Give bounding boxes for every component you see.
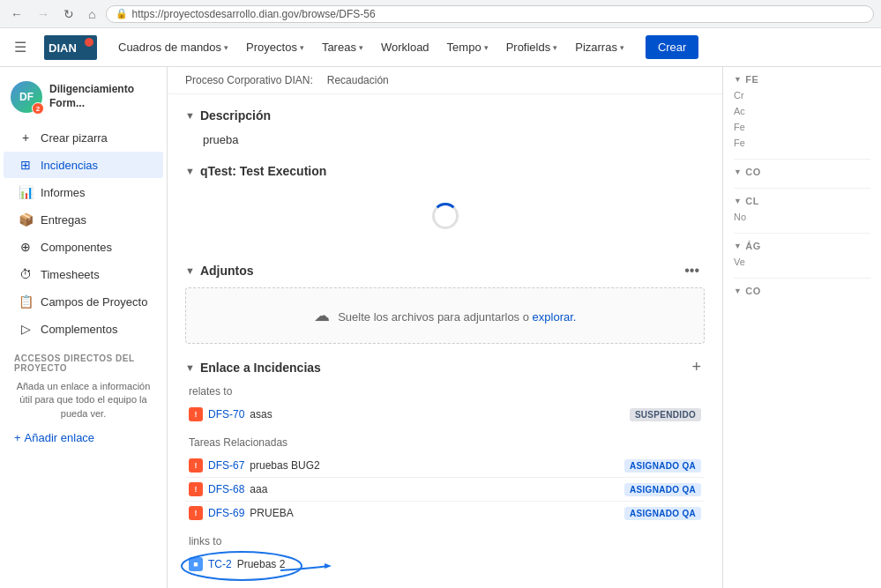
fields-icon: 📋 bbox=[18, 294, 34, 309]
right-section-ag-title[interactable]: ▼ Ág bbox=[734, 241, 870, 251]
sidebar-item-incidencias[interactable]: ⊞ Incidencias bbox=[4, 152, 163, 178]
nav-pizarras-label: Pizarras bbox=[575, 41, 617, 54]
bug-icon: ! bbox=[189, 482, 203, 496]
right-section-cl-title[interactable]: ▼ Cl bbox=[734, 196, 870, 206]
right-field-fe2: Fe bbox=[734, 138, 870, 148]
explorar-link[interactable]: explorar. bbox=[533, 310, 577, 324]
browser-bar: ← → ↻ ⌂ 🔒 https://proyectosdesarrollo.di… bbox=[0, 0, 881, 28]
svg-text:DIAN: DIAN bbox=[49, 41, 77, 55]
divider-2 bbox=[734, 188, 870, 189]
status-badge-asignado-dfs67: ASIGNADO QA bbox=[624, 459, 701, 473]
right-field-cr: Cr bbox=[734, 90, 870, 100]
nav-proyectos[interactable]: Proyectos ▾ bbox=[239, 35, 311, 59]
nav-pizarras[interactable]: Pizarras ▾ bbox=[568, 35, 631, 59]
enlace-title-row[interactable]: ▼ Enlace a Incidencias bbox=[185, 361, 321, 375]
status-badge-asignado-dfs69: ASIGNADO QA bbox=[624, 507, 701, 520]
issue-summary-dfs67: pruebas BUG2 bbox=[250, 459, 624, 472]
issue-key-dfs68[interactable]: DFS-68 bbox=[208, 483, 244, 495]
sidebar-item-crear-pizarra[interactable]: + Crear pizarra bbox=[4, 124, 163, 151]
right-chevron-cl: ▼ bbox=[734, 197, 742, 205]
upload-icon: ☁ bbox=[314, 307, 330, 324]
address-bar[interactable]: 🔒 https://proyectosdesarrollo.dian.gov/b… bbox=[106, 5, 874, 23]
hamburger-icon: ☰ bbox=[14, 40, 26, 55]
divider-1 bbox=[734, 159, 870, 160]
sidebar-add-link[interactable]: + Añadir enlace bbox=[0, 428, 167, 448]
right-section-cl: ▼ Cl No bbox=[734, 196, 870, 222]
sidebar-item-componentes[interactable]: ⊕ Componentes bbox=[4, 234, 163, 260]
sidebar-label-crear-pizarra: Crear pizarra bbox=[41, 131, 108, 145]
table-row: ■ TC-2 Pruebas 2 bbox=[185, 553, 705, 576]
reload-button[interactable]: ↻ bbox=[60, 5, 78, 23]
main-layout: DF 2 Diligenciamiento Form... + Crear pi… bbox=[0, 67, 881, 588]
enlace-add-button[interactable]: + bbox=[688, 358, 705, 376]
issue-key-tc2[interactable]: TC-2 bbox=[208, 558, 232, 570]
right-chevron-ag: ▼ bbox=[734, 242, 742, 250]
sidebar-item-campos-proyecto[interactable]: 📋 Campos de Proyecto bbox=[4, 288, 163, 315]
right-chevron-co: ▼ bbox=[734, 167, 742, 176]
drop-text: Suelte los archivos para adjuntarlos o bbox=[338, 310, 529, 324]
table-row: ! DFS-68 aaa ASIGNADO QA bbox=[185, 478, 705, 502]
issue-summary-tc2: Pruebas 2 bbox=[237, 558, 286, 570]
right-section-co-title[interactable]: ▼ Co bbox=[734, 167, 870, 177]
components-icon: ⊕ bbox=[18, 240, 34, 254]
box-icon: 📦 bbox=[18, 212, 34, 227]
relation-label-links-to: links to bbox=[185, 535, 705, 547]
nav-tempo[interactable]: Tempo ▾ bbox=[440, 35, 496, 59]
qtest-header[interactable]: ▼ qTest: Test Execution bbox=[185, 164, 705, 178]
issue-key-dfs70[interactable]: DFS-70 bbox=[208, 408, 244, 421]
forward-button[interactable]: → bbox=[34, 5, 53, 23]
add-link-plus-icon: + bbox=[14, 431, 21, 444]
descripcion-header[interactable]: ▼ Descripción bbox=[185, 108, 705, 123]
nav-tempo-label: Tempo bbox=[447, 41, 482, 54]
issue-key-dfs67[interactable]: DFS-67 bbox=[208, 459, 244, 472]
right-section-fe: ▼ Fe Cr Ac Fe Fe bbox=[734, 74, 870, 148]
issue-summary-dfs69: PRUEBA bbox=[250, 507, 624, 519]
sidebar-label-complementos: Complementos bbox=[41, 323, 117, 336]
nav-workload[interactable]: Workload bbox=[374, 35, 437, 59]
dian-logo: DIAN bbox=[44, 35, 97, 60]
sidebar-item-informes[interactable]: 📊 Informes bbox=[4, 179, 163, 205]
clock-icon: ⏱ bbox=[18, 267, 34, 281]
story-icon: ■ bbox=[189, 557, 203, 571]
descripcion-text: prueba bbox=[189, 130, 705, 150]
sidebar-item-entregas[interactable]: 📦 Entregas bbox=[4, 206, 163, 233]
home-button[interactable]: ⌂ bbox=[85, 5, 99, 23]
bug-icon: ! bbox=[189, 407, 203, 421]
issue-key-dfs69[interactable]: DFS-69 bbox=[208, 507, 244, 519]
adjuntos-title-row[interactable]: ▼ Adjuntos bbox=[185, 264, 254, 278]
loading-spinner bbox=[432, 203, 459, 229]
hamburger-button[interactable]: ☰ bbox=[11, 35, 30, 59]
sidebar-item-complementos[interactable]: ▷ Complementos bbox=[4, 316, 163, 342]
main-content: Proceso Corporativo DIAN: Recaudación ▼ … bbox=[168, 67, 722, 588]
nav-profields-chevron: ▾ bbox=[553, 43, 557, 52]
svg-point-2 bbox=[85, 38, 93, 47]
app-header: ☰ DIAN Cuadros de mandos ▾ Proyectos ▾ T… bbox=[0, 28, 881, 67]
section-qtest: ▼ qTest: Test Execution bbox=[185, 164, 705, 247]
sidebar-item-timesheets[interactable]: ⏱ Timesheets bbox=[4, 261, 163, 287]
right-section-co2: ▼ Co bbox=[734, 286, 870, 296]
table-row: ! DFS-67 pruebas BUG2 ASIGNADO QA bbox=[185, 454, 705, 478]
bug-icon: ! bbox=[189, 506, 203, 520]
table-row: ! DFS-70 asas SUSPENDIDO bbox=[185, 403, 705, 426]
right-section-co2-title[interactable]: ▼ Co bbox=[734, 286, 870, 296]
section-descripcion: ▼ Descripción prueba bbox=[185, 108, 705, 150]
descripcion-content: prueba bbox=[185, 130, 705, 150]
drop-zone[interactable]: ☁ Suelte los archivos para adjuntarlos o… bbox=[185, 287, 705, 344]
create-button[interactable]: Crear bbox=[646, 35, 699, 59]
table-row: ! DFS-69 PRUEBA ASIGNADO QA bbox=[185, 502, 705, 525]
right-panel: ▼ Fe Cr Ac Fe Fe ▼ Co bbox=[722, 67, 881, 588]
nav-tareas-chevron: ▾ bbox=[359, 43, 363, 52]
issue-summary-dfs68: aaa bbox=[250, 483, 624, 495]
nav-cuadros[interactable]: Cuadros de mandos ▾ bbox=[111, 35, 235, 59]
nav-tareas[interactable]: Tareas ▾ bbox=[315, 35, 370, 59]
adjuntos-more-button[interactable]: ••• bbox=[679, 261, 705, 280]
grid-icon: ⊞ bbox=[18, 158, 34, 172]
proc-row: Proceso Corporativo DIAN: Recaudación bbox=[168, 67, 722, 94]
right-label-co2: Co bbox=[745, 286, 760, 296]
divider-3 bbox=[734, 233, 870, 234]
chart-icon: 📊 bbox=[18, 185, 34, 199]
back-button[interactable]: ← bbox=[7, 5, 26, 23]
nav-profields[interactable]: Profields ▾ bbox=[499, 35, 565, 59]
url-text: https://proyectosdesarrollo.dian.gov/bro… bbox=[131, 8, 375, 20]
right-section-fe-title[interactable]: ▼ Fe bbox=[734, 74, 870, 85]
